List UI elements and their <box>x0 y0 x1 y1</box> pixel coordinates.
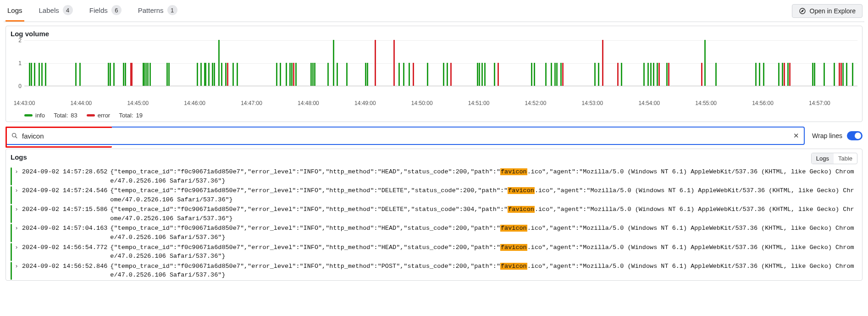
chart-bar-error[interactable] <box>789 63 791 86</box>
chart-bar-info[interactable] <box>787 63 789 86</box>
open-in-explore-button[interactable]: Open in Explore <box>792 4 862 18</box>
chart-bar-info[interactable] <box>545 63 547 86</box>
chart-bar-info[interactable] <box>778 63 780 86</box>
expand-chevron-icon[interactable]: › <box>15 262 19 271</box>
chart-bar-info[interactable] <box>208 63 210 86</box>
chart-bar-info[interactable] <box>108 63 109 86</box>
chart-bar-info[interactable] <box>79 63 81 86</box>
chart-bar-info[interactable] <box>650 63 652 86</box>
chart-bar-error[interactable] <box>450 63 452 86</box>
chart-bar-info[interactable] <box>598 63 599 86</box>
wrap-lines-toggle[interactable] <box>847 131 862 140</box>
chart-bar-error[interactable] <box>658 63 660 86</box>
chart-bar-info[interactable] <box>834 63 835 86</box>
chart-bar-info[interactable] <box>560 63 562 86</box>
chart-bar-info[interactable] <box>763 63 764 86</box>
chart-bar-info[interactable] <box>276 63 277 86</box>
log-row[interactable]: ›2024-09-02 14:57:24.546{"tempo_trace_id… <box>11 186 857 205</box>
chart-bar-info[interactable] <box>782 63 783 86</box>
chart-bar-info[interactable] <box>443 63 444 86</box>
chart-bar-error[interactable] <box>784 63 785 86</box>
chart-bar-info[interactable] <box>225 63 227 86</box>
tab-fields[interactable]: Fields6 <box>88 0 123 22</box>
chart-bar-info[interactable] <box>286 63 287 86</box>
chart-bar-info[interactable] <box>232 63 234 86</box>
chart-bar-info[interactable] <box>166 63 168 86</box>
chart-bar-info[interactable] <box>295 63 297 86</box>
log-row[interactable]: ›2024-09-02 14:56:52.846{"tempo_trace_id… <box>11 261 857 280</box>
chart-bar-error[interactable] <box>562 63 564 86</box>
chart-bar-error[interactable] <box>617 63 619 86</box>
chart-bar-info[interactable] <box>31 63 32 86</box>
chart-bar-info[interactable] <box>398 63 400 86</box>
chart-bar-info[interactable] <box>291 63 293 86</box>
chart-bar-info[interactable] <box>312 63 314 86</box>
chart-bar-info[interactable] <box>147 63 149 86</box>
chart-bar-info[interactable] <box>314 63 315 86</box>
expand-chevron-icon[interactable]: › <box>15 186 19 195</box>
tab-patterns[interactable]: Patterns1 <box>136 0 179 22</box>
chart-bar-info[interactable] <box>621 63 622 86</box>
log-search-input[interactable] <box>22 132 790 140</box>
chart-bar-info[interactable] <box>842 63 844 86</box>
legend-error[interactable]: error Total: 19 <box>87 112 143 119</box>
expand-chevron-icon[interactable]: › <box>15 224 19 233</box>
chart-bar-info[interactable] <box>824 63 825 86</box>
chart-bar-error[interactable] <box>839 63 840 86</box>
log-row[interactable]: ›2024-09-02 14:56:54.772{"tempo_trace_id… <box>11 243 857 261</box>
chart-bar-error[interactable] <box>393 40 395 86</box>
chart-bar-info[interactable] <box>205 63 206 86</box>
chart-bar-info[interactable] <box>479 63 480 86</box>
chart-bar-info[interactable] <box>41 63 43 86</box>
log-volume-chart[interactable]: 012 <box>11 40 857 100</box>
tab-labels[interactable]: Labels4 <box>37 0 75 22</box>
chart-bar-info[interactable] <box>149 63 151 86</box>
chart-bar-info[interactable] <box>647 63 649 86</box>
chart-bar-info[interactable] <box>481 63 483 86</box>
chart-bar-error[interactable] <box>293 63 294 86</box>
expand-chevron-icon[interactable]: › <box>15 205 19 214</box>
expand-chevron-icon[interactable]: › <box>15 167 19 177</box>
chart-bar-info[interactable] <box>333 40 334 86</box>
chart-bar-info[interactable] <box>551 63 552 86</box>
chart-bar-info[interactable] <box>197 63 198 86</box>
chart-bar-info[interactable] <box>759 63 760 86</box>
chart-bar-info[interactable] <box>337 63 338 86</box>
chart-bar-info[interactable] <box>427 63 428 86</box>
chart-bar-info[interactable] <box>212 63 213 86</box>
chart-bar-info[interactable] <box>289 63 291 86</box>
log-row[interactable]: ›2024-09-02 14:57:04.163{"tempo_trace_id… <box>11 223 857 242</box>
chart-bar-info[interactable] <box>75 63 77 86</box>
chart-bar-error[interactable] <box>227 63 228 86</box>
chart-bar-info[interactable] <box>168 63 170 86</box>
chart-bar-info[interactable] <box>666 63 668 86</box>
chart-bar-info[interactable] <box>531 63 532 86</box>
chart-bar-info[interactable] <box>846 63 847 86</box>
chart-bar-info[interactable] <box>594 63 596 86</box>
chart-bar-info[interactable] <box>214 63 215 86</box>
chart-bar-info[interactable] <box>346 63 348 86</box>
chart-bar-info[interactable] <box>477 63 478 86</box>
chart-bar-info[interactable] <box>327 63 329 86</box>
chart-bar-info[interactable] <box>484 63 486 86</box>
chart-bar-info[interactable] <box>221 63 222 86</box>
chart-bar-info[interactable] <box>144 63 145 86</box>
chart-bar-info[interactable] <box>29 63 30 86</box>
chart-bar-info[interactable] <box>409 63 410 86</box>
chart-bar-info[interactable] <box>145 63 147 86</box>
tab-logs[interactable]: Logs <box>6 0 24 22</box>
chart-bar-info[interactable] <box>814 63 815 86</box>
chart-bar-info[interactable] <box>200 63 202 86</box>
chart-bar-error[interactable] <box>413 63 414 86</box>
chart-bar-info[interactable] <box>110 63 111 86</box>
chart-bar-error[interactable] <box>701 63 702 86</box>
expand-chevron-icon[interactable]: › <box>15 243 19 252</box>
log-row[interactable]: ›2024-09-02 14:57:28.652{"tempo_trace_id… <box>11 167 857 186</box>
chart-bar-info[interactable] <box>852 63 853 86</box>
chart-bar-error[interactable] <box>668 63 669 86</box>
chart-bar-info[interactable] <box>755 63 757 86</box>
chart-bar-info[interactable] <box>45 63 46 86</box>
chart-bar-error[interactable] <box>375 40 376 86</box>
chart-bar-error[interactable] <box>840 63 842 86</box>
chart-bar-info[interactable] <box>534 63 535 86</box>
